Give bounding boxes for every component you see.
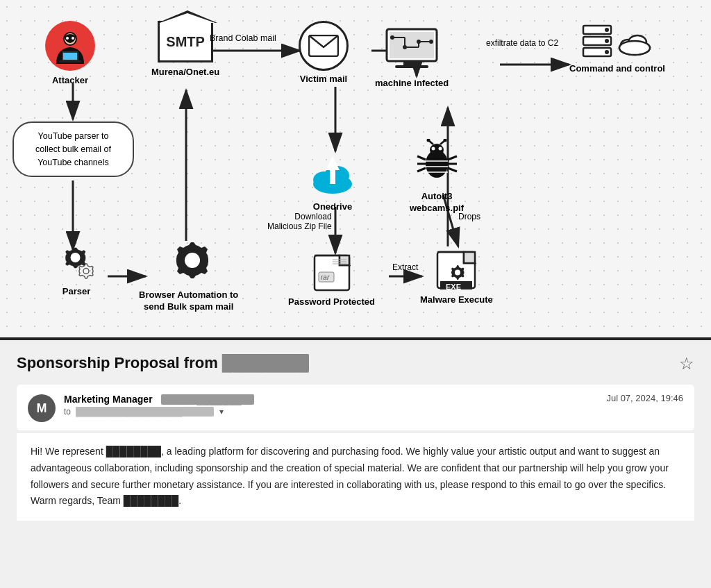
svg-point-41 [605,50,609,54]
attacker-label: Attacker [52,75,88,87]
parser-label: Parser [62,286,90,298]
avatar: M [28,394,56,422]
email-body: Hi! We represent ████████, a leading pla… [17,432,694,521]
attacker-node: Attacker [45,21,95,87]
svg-rect-24 [390,32,434,58]
star-icon[interactable]: ☆ [679,354,694,373]
svg-rect-26 [395,65,428,68]
webcams-label: webcams.pif [410,203,464,215]
email-subject: Sponsorship Proposal from ████████ [17,354,309,372]
svg-line-80 [448,168,457,171]
svg-line-78 [448,156,457,160]
drops-label: Drops [458,212,480,221]
email-sender-line: Marketing Manager manager███████.eu [64,393,606,405]
svg-text:EXE: EXE [446,283,461,289]
browser-automation-label: Browser Automation to send Bulk spam mai… [139,289,238,313]
svg-point-18 [72,37,74,40]
svg-rect-25 [403,61,420,65]
svg-point-68 [430,144,444,156]
sender-addr-blurred: manager███████.eu [161,394,254,405]
svg-point-34 [417,40,421,44]
malware-execute-node: EXE Malware Execute [420,246,493,306]
onedrive-icon [309,149,356,199]
sender-addr: manager███████.eu [161,394,254,405]
svg-rect-20 [59,60,81,62]
email-sender-info: Marketing Manager manager███████.eu to █… [64,393,606,417]
svg-point-45 [619,41,650,55]
svg-point-17 [66,37,69,40]
attack-diagram: Attacker SMTP Murena/Onet.eu Brand Colab… [0,0,711,340]
machine-infected-label: machine infected [375,78,449,90]
autoit-node: Autoit3 webcams.pif [410,139,464,215]
victim-mail-node: Victim mail [299,21,349,85]
attacker-icon [45,21,95,71]
malware-execute-label: Malware Execute [420,294,493,306]
svg-text:rar: rar [321,274,330,281]
svg-point-48 [185,253,200,268]
svg-point-64 [455,270,460,276]
email-date: Jul 07, 2024, 19:46 [606,393,683,403]
to-addr-blurred: ██████████████████gmt.com [76,407,214,417]
email-meta-row: M Marketing Manager manager███████.eu to… [17,385,694,430]
mail-icon [299,21,349,71]
parser-gear-icon [56,246,97,285]
sender-name: Marketing Manager [64,394,153,405]
password-protected-node: rar Password Protected [288,250,375,308]
svg-rect-63 [464,252,475,263]
brand-colab-label: Brand Colab mail [210,33,276,43]
smtp-label: Murena/Onet.eu [151,67,219,78]
dropdown-arrow[interactable]: ▾ [219,407,224,417]
c2-node: Command and control [569,24,665,75]
c2-icon [582,24,653,60]
svg-point-39 [605,28,609,32]
victim-mail-label: Victim mail [300,74,347,85]
email-body-text: Hi! We represent ████████, a leading pla… [31,446,669,506]
c2-label: Command and control [569,63,665,75]
svg-point-32 [390,35,394,40]
malware-icon: EXE [436,246,476,292]
svg-point-40 [605,39,609,43]
extract-label: Extract [392,262,418,272]
onedrive-node: Onedrive [309,149,356,213]
to-label: to [64,407,71,417]
exfiltrate-label: exfiltrate data to C2 [486,38,558,48]
youtube-parser-bubble: YouTube parser to collect bulk email of … [12,121,134,177]
avatar-letter: M [37,401,47,416]
svg-point-47 [71,253,81,262]
svg-point-70 [438,147,442,151]
smtp-node: SMTP Murena/Onet.eu [151,21,219,78]
bug-icon [415,139,460,190]
zip-file-icon: rar [313,250,351,294]
autoit3-label: Autoit3 [421,191,453,203]
email-subject-prefix: Sponsorship Proposal from [17,354,222,371]
svg-point-69 [431,147,435,151]
email-header: Sponsorship Proposal from ████████ ☆ [17,354,694,373]
download-label: Download Malicious Zip File [267,212,332,231]
svg-line-75 [417,156,426,160]
password-protected-label: Password Protected [288,296,375,308]
svg-line-77 [417,168,426,171]
machine-infected-node: machine infected [375,28,449,90]
youtube-parser-label: YouTube parser to collect bulk email of … [35,131,111,167]
email-section: Sponsorship Proposal from ████████ ☆ M M… [0,340,711,588]
svg-point-35 [429,40,433,44]
parser-node: Parser [56,246,97,298]
browser-automation-node: Browser Automation to send Bulk spam mai… [139,240,238,313]
svg-point-33 [403,45,407,49]
email-subject-blurred: ████████ [222,354,309,372]
svg-rect-21 [63,53,77,60]
browser-gear-icon [165,240,213,288]
email-to-line: to ██████████████████gmt.com ▾ [64,407,606,417]
monitor-icon [384,28,440,75]
